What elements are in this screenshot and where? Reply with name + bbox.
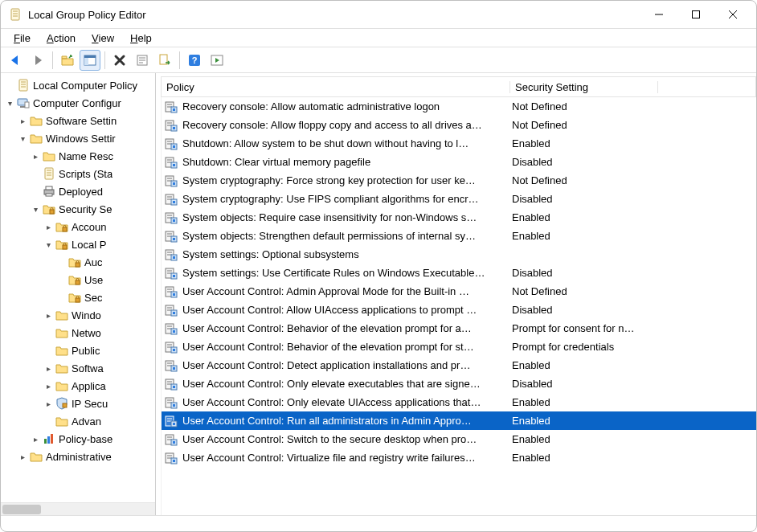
svg-rect-42 [51,434,53,444]
policy-row[interactable]: Recovery console: Allow automatic admini… [162,97,756,116]
tree-label: Public [72,345,100,357]
tree-item-nameres[interactable]: ▸Name Resc [1,147,155,165]
svg-rect-34 [63,227,67,231]
tree-item-user[interactable]: Use [1,271,155,289]
up-button[interactable] [57,50,78,71]
policy-row[interactable]: System settings: Use Certificate Rules o… [162,264,756,282]
policy-row[interactable]: User Account Control: Detect application… [162,356,756,374]
collapse-toggle[interactable]: ▾ [30,203,41,215]
tree-item-winset[interactable]: ▾Windows Settir [1,129,155,147]
tree-item-admintpl[interactable]: ▸Administrative [1,448,155,465]
svg-rect-41 [47,436,50,444]
tree-item-windowsfw[interactable]: ▸Windo [1,306,155,324]
collapse-toggle[interactable]: ▾ [4,97,15,108]
menu-action[interactable]: Action [39,31,84,46]
policy-row[interactable]: User Account Control: Virtualize file an… [162,448,756,467]
svg-rect-142 [173,460,175,462]
tree-item-secset[interactable]: ▾Security Se [1,200,155,218]
expand-toggle[interactable]: ▸ [17,115,28,126]
policy-row[interactable]: User Account Control: Allow UIAccess app… [162,301,756,319]
tree-item-deployed[interactable]: Deployed [1,182,155,200]
tree-item-secopt[interactable]: Sec [1,289,155,306]
policy-row[interactable]: User Account Control: Admin Approval Mod… [162,282,756,301]
folder-icon [55,326,68,339]
tree-item-audit[interactable]: Auc [1,253,155,271]
forward-button[interactable] [27,50,48,71]
column-header-setting[interactable]: Security Setting [510,81,658,93]
delete-button[interactable] [109,50,130,71]
policy-row[interactable]: User Account Control: Switch to the secu… [162,430,756,448]
column-header-policy[interactable]: Policy [162,81,510,93]
expand-toggle[interactable]: ▸ [43,221,54,232]
policy-setting: Enabled [512,211,657,223]
folder-lock-icon [68,256,81,268]
menu-help[interactable]: Help [122,31,160,46]
policy-row[interactable]: System settings: Optional subsystems [162,245,756,264]
policy-row[interactable]: System cryptography: Use FIPS compliant … [162,190,756,208]
svg-rect-107 [173,330,175,333]
maximize-button[interactable] [677,1,714,28]
policy-row[interactable]: User Account Control: Only elevate UIAcc… [162,393,756,411]
policy-row[interactable]: Shutdown: Clear virtual memory pagefileD… [162,153,756,171]
policy-setting: Disabled [512,378,657,390]
expand-toggle[interactable]: ▸ [43,398,54,409]
tree-item-compconf[interactable]: ▾Computer Configur [1,94,155,112]
policy-name: User Account Control: Run all administra… [182,415,512,427]
policy-item-icon [165,285,178,298]
tree-item-policybased[interactable]: ▸Policy-base [1,430,155,448]
action-button[interactable] [207,50,227,71]
policy-item-icon [165,304,178,317]
policy-row[interactable]: System objects: Strengthen default permi… [162,227,756,245]
tree-item-scripts[interactable]: Scripts (Sta [1,165,155,182]
svg-rect-92 [173,275,175,277]
list-body[interactable]: Recovery console: Allow automatic admini… [161,97,756,515]
policy-row[interactable]: Shutdown: Allow system to be shut down w… [162,134,756,153]
svg-rect-122 [173,386,175,388]
policy-row[interactable]: Recovery console: Allow floppy copy and … [162,116,756,134]
expand-toggle[interactable]: ▸ [30,150,41,162]
expand-toggle[interactable]: ▸ [43,362,54,374]
svg-rect-19 [19,80,27,91]
expand-toggle[interactable]: ▸ [43,380,54,391]
svg-rect-36 [76,263,80,267]
policy-row[interactable]: User Account Control: Behavior of the el… [162,319,756,338]
minimize-button[interactable] [640,1,677,28]
expand-toggle[interactable]: ▸ [17,451,28,462]
list-header[interactable]: Policy Security Setting [161,76,756,97]
export-button[interactable] [154,50,175,71]
policy-setting: Enabled [512,415,657,427]
tree-item-network[interactable]: Netwo [1,324,155,342]
properties-button[interactable] [132,50,153,71]
tree-item-appctl[interactable]: ▸Applica [1,377,155,395]
tree-horizontal-scrollbar[interactable] [1,502,155,515]
policy-name: Shutdown: Clear virtual memory pagefile [182,156,512,168]
show-hide-tree-button[interactable] [80,50,100,71]
tree-item-localp[interactable]: ▾Local P [1,235,155,253]
tree-item-advanced[interactable]: Advan [1,412,155,430]
expand-toggle[interactable]: ▸ [30,433,41,444]
tree-item-softrest[interactable]: ▸Softwa [1,359,155,377]
policy-row[interactable]: System objects: Require case insensitivi… [162,208,756,227]
collapse-toggle[interactable]: ▾ [17,133,28,144]
menu-view[interactable]: View [84,31,122,46]
close-button[interactable] [714,1,751,28]
tree-label: Accoun [72,221,106,233]
expand-toggle[interactable]: ▸ [43,309,54,321]
policy-name: User Account Control: Switch to the secu… [182,433,512,445]
tree-item-softset[interactable]: ▸Software Settin [1,112,155,129]
policy-row[interactable]: System cryptography: Force strong key pr… [162,171,756,190]
tree-item-account[interactable]: ▸Accoun [1,218,155,235]
tree-item-public[interactable]: Public [1,342,155,359]
help-button[interactable]: ? [184,50,205,71]
tree-item-root[interactable]: Local Computer Policy [1,76,155,94]
tree[interactable]: Local Computer Policy▾Computer Configur▸… [1,76,155,465]
policy-row[interactable]: User Account Control: Run all administra… [162,411,756,430]
policy-row[interactable]: User Account Control: Only elevate execu… [162,374,756,393]
menu-file[interactable]: File [6,31,39,46]
policy-row[interactable]: User Account Control: Behavior of the el… [162,338,756,356]
policy-setting: Enabled [512,396,657,408]
back-button[interactable] [5,50,26,71]
collapse-toggle[interactable]: ▾ [43,239,54,250]
svg-rect-24 [20,106,25,108]
tree-item-ipsec[interactable]: ▸IP Secu [1,395,155,412]
